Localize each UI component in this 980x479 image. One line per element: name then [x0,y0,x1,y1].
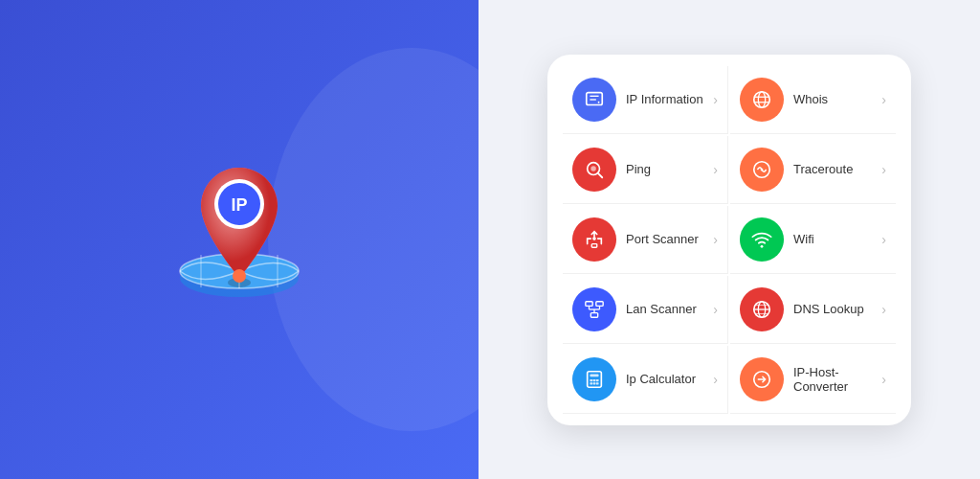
dns-lookup-chevron: › [881,302,886,317]
menu-item-ping[interactable]: Ping› [563,136,728,204]
ip-host-label: IP-Host-Converter [793,365,878,394]
traceroute-label: Traceroute [793,162,878,176]
menu-item-ip-calculator[interactable]: Ip Calculator› [563,346,728,414]
svg-point-10 [233,269,246,283]
whois-icon [740,78,784,122]
port-scanner-icon [572,217,616,262]
whois-chevron: › [881,92,886,107]
menu-item-ip-host[interactable]: IP-Host-Converter› [730,346,896,414]
svg-text:IP: IP [231,195,247,215]
svg-line-20 [598,172,603,177]
svg-point-23 [761,168,764,171]
ip-info-chevron: › [713,92,718,107]
svg-point-14 [598,101,600,103]
menu-card: IP Information›Whois›Ping›Traceroute›Por… [547,55,911,425]
svg-rect-43 [596,379,599,381]
svg-rect-27 [586,301,592,306]
svg-point-16 [758,91,765,107]
wifi-chevron: › [881,232,886,247]
svg-rect-46 [596,382,599,384]
lan-scanner-icon [572,287,616,331]
traceroute-chevron: › [881,162,886,177]
dns-lookup-icon [740,287,784,331]
svg-point-26 [761,244,764,247]
traceroute-icon [740,148,784,192]
ping-chevron: › [713,162,718,177]
menu-item-ip-info[interactable]: IP Information› [563,66,728,134]
svg-rect-11 [587,92,603,104]
ip-host-icon [740,357,784,401]
svg-point-24 [592,237,596,240]
ip-info-label: IP Information [626,92,709,106]
port-scanner-label: Port Scanner [626,232,709,246]
menu-grid: IP Information›Whois›Ping›Traceroute›Por… [563,66,896,414]
menu-item-wifi[interactable]: Wifi› [730,206,896,274]
hero-illustration: IP [144,129,335,321]
menu-item-whois[interactable]: Whois› [730,66,896,134]
svg-rect-25 [591,243,597,247]
lan-scanner-chevron: › [713,302,718,317]
menu-item-port-scanner[interactable]: Port Scanner› [563,206,728,274]
ip-info-icon [572,78,616,122]
svg-rect-42 [593,379,596,381]
wifi-icon [740,217,784,262]
right-panel: IP Information›Whois›Ping›Traceroute›Por… [479,0,980,479]
menu-item-dns-lookup[interactable]: DNS Lookup› [730,276,896,344]
svg-rect-29 [590,312,597,317]
ip-calculator-chevron: › [713,372,718,387]
left-panel: IP [0,0,479,479]
ip-calculator-icon [572,357,616,401]
lan-scanner-label: Lan Scanner [626,302,709,316]
ip-host-chevron: › [881,372,886,387]
ping-icon [572,148,616,192]
svg-point-21 [590,166,596,171]
port-scanner-chevron: › [713,232,718,247]
menu-item-traceroute[interactable]: Traceroute› [730,136,896,204]
svg-rect-28 [596,301,603,306]
svg-rect-40 [590,374,598,376]
whois-label: Whois [793,92,878,106]
menu-item-lan-scanner[interactable]: Lan Scanner› [563,276,728,344]
svg-rect-44 [590,382,592,384]
svg-rect-41 [590,379,592,381]
dns-lookup-label: DNS Lookup [793,302,878,316]
svg-point-15 [754,91,770,107]
ip-calculator-label: Ip Calculator [626,372,709,386]
wifi-label: Wifi [793,232,878,246]
ping-label: Ping [626,162,709,176]
svg-rect-45 [593,382,596,384]
